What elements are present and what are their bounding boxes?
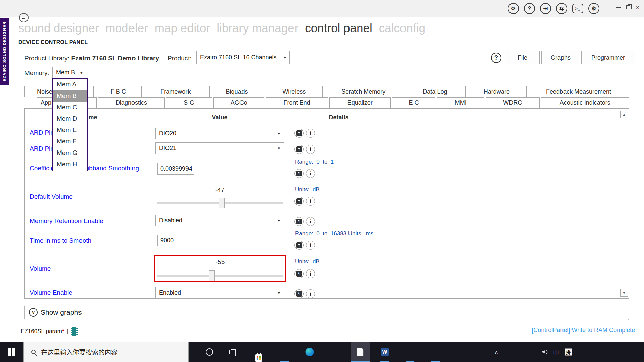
param-name-volume-enable[interactable]: Volume Enable (30, 289, 72, 296)
nav-calconfig[interactable]: calconfig (379, 21, 425, 35)
info-icon[interactable]: i (306, 289, 315, 298)
memory-option-a[interactable]: Mem A (53, 79, 87, 90)
graphs-button[interactable]: Graphs (541, 51, 580, 64)
tab-acoustic-indicators[interactable]: Acoustic Indicators (541, 97, 629, 108)
tab-scratch-memory[interactable]: Scratch Memory (324, 86, 403, 97)
sync-icon[interactable]: ⇆ (556, 3, 567, 14)
tab-fbc[interactable]: F B C (95, 86, 142, 97)
param-name-default-volume[interactable]: Default Volume (30, 193, 73, 200)
memory-option-h[interactable]: Mem H (53, 159, 87, 170)
tab-hardware[interactable]: Hardware (467, 86, 527, 97)
back-button[interactable]: ← (19, 13, 29, 22)
chip-icon[interactable] (71, 327, 78, 336)
tab-agco[interactable]: AGCo (213, 97, 264, 108)
memory-select[interactable]: Mem B ▾ (52, 67, 86, 78)
tab-wireless[interactable]: Wireless (266, 86, 323, 97)
nav-sound-designer[interactable]: sound designer (18, 21, 99, 35)
memory-option-c[interactable]: Mem C (53, 102, 87, 113)
product-select[interactable]: Ezairo 7160 SL 16 Channels ▾ (196, 51, 290, 64)
info-icon[interactable]: i (306, 217, 315, 226)
tab-row-1: Noise Reduction F B C Framework Biquads … (24, 86, 629, 97)
ard-pin-1-select[interactable]: DIO20 ▾ (155, 128, 284, 139)
revert-icon[interactable]: ↰ (294, 129, 304, 138)
ard-pin-2-select[interactable]: DIO21 ▾ (155, 142, 284, 154)
scroll-down-button[interactable]: ▼ (620, 289, 628, 297)
tab-framework[interactable]: Framework (143, 86, 208, 97)
tab-front-end[interactable]: Front End (266, 97, 328, 108)
param-name-ard-pin-1[interactable]: ARD Pin (30, 129, 54, 136)
default-volume-slider-thumb[interactable] (219, 198, 225, 208)
ezairo-sound-designer-side-tab[interactable]: EZAIRO SOUND DESIGNER (0, 18, 9, 85)
time-to-smooth-input[interactable]: 9000 (157, 235, 194, 246)
memory-option-b-selected[interactable]: Mem B (53, 90, 87, 102)
info-icon[interactable]: i (306, 145, 315, 154)
volume-slider-thumb[interactable] (209, 270, 215, 281)
restore-button[interactable] (626, 5, 630, 9)
tab-biquads[interactable]: Biquads (209, 86, 264, 97)
tab-ec[interactable]: E C (392, 97, 436, 108)
revert-icon[interactable]: ↰ (294, 289, 304, 298)
memory-option-e[interactable]: Mem E (53, 124, 87, 136)
refresh-icon[interactable]: ⟳ (508, 3, 519, 14)
cortana-icon[interactable] (206, 348, 213, 356)
taskbar-search[interactable]: 在这里输入你要搜索的内容 (23, 342, 189, 362)
notepad-icon[interactable] (357, 348, 364, 356)
tab-wdrc[interactable]: WDRC (486, 97, 540, 108)
tab-sg[interactable]: S G (166, 97, 212, 108)
volume-enable-select[interactable]: Enabled ▾ (155, 287, 284, 299)
chevron-down-icon: ▾ (284, 55, 289, 60)
param-name-memory-retention[interactable]: Memory Retention Enable (30, 217, 103, 225)
console-icon[interactable]: >_ (572, 4, 583, 13)
memory-retention-select[interactable]: Disabled ▾ (155, 215, 284, 226)
revert-icon[interactable]: ↰ (294, 145, 304, 154)
memory-option-g[interactable]: Mem G (53, 147, 87, 159)
tray-expand-icon[interactable]: ∧ (495, 349, 498, 355)
param-name-time-to-smooth[interactable]: Time in ms to Smooth (30, 237, 91, 244)
param-name-ard-pin-2[interactable]: ARD Pin (30, 145, 54, 153)
nav-modeler[interactable]: modeler (105, 21, 148, 35)
ime-mode-indicator[interactable]: 拼 (565, 348, 572, 355)
tab-feedback-measurement[interactable]: Feedback Measurement (528, 86, 629, 97)
tab-equalizer[interactable]: Equalizer (329, 97, 391, 108)
file-button[interactable]: File (505, 51, 540, 64)
info-icon[interactable]: i (306, 197, 315, 206)
nav-map-editor[interactable]: map editor (155, 21, 210, 35)
revert-icon[interactable]: ↰ (294, 217, 304, 226)
info-icon[interactable]: i (306, 269, 315, 278)
revert-icon[interactable]: ↰ (294, 169, 304, 178)
memory-option-d[interactable]: Mem D (53, 113, 87, 124)
volume-icon[interactable] (542, 350, 548, 354)
search-icon (31, 350, 36, 354)
microsoft-store-icon[interactable] (255, 354, 262, 362)
close-button[interactable]: × (636, 4, 639, 10)
help-circle-icon[interactable]: ? (491, 53, 501, 63)
ime-language-indicator[interactable]: 中 (553, 348, 559, 356)
settings-icon[interactable]: ⚙ (588, 3, 599, 14)
programmer-button[interactable]: Programmer (581, 51, 635, 64)
param-name-volume[interactable]: Volume (30, 265, 51, 273)
info-icon[interactable]: i (306, 129, 315, 138)
word-icon[interactable]: W (381, 348, 389, 356)
tab-data-log[interactable]: Data Log (405, 86, 466, 97)
nav-library-manager[interactable]: library manager (217, 21, 298, 35)
revert-icon[interactable]: ↰ (294, 269, 304, 278)
revert-icon[interactable]: ↰ (294, 197, 304, 206)
memory-option-f[interactable]: Mem F (53, 136, 87, 147)
volume-slider-track[interactable] (157, 275, 283, 277)
minimize-button[interactable] (616, 7, 621, 8)
show-graphs-expander[interactable]: ∨ Show graphs (24, 305, 629, 320)
help-icon[interactable]: ? (524, 3, 535, 14)
info-icon[interactable]: i (306, 169, 315, 178)
start-button[interactable] (8, 348, 15, 356)
select-value: Disabled (156, 217, 278, 224)
tab-diagnostics[interactable]: Diagnostics (98, 97, 165, 108)
edge-browser-icon[interactable] (306, 348, 314, 356)
scroll-up-button[interactable]: ▲ (620, 111, 628, 118)
task-view-icon[interactable] (229, 349, 236, 355)
info-icon[interactable]: i (306, 241, 315, 250)
import-icon[interactable]: ⇥ (540, 3, 551, 14)
coefficient-input[interactable]: 0.00399994 (157, 163, 194, 175)
revert-icon[interactable]: ↰ (294, 241, 304, 250)
nav-control-panel[interactable]: control panel (305, 21, 372, 35)
tab-mmi[interactable]: MMI (437, 97, 484, 108)
